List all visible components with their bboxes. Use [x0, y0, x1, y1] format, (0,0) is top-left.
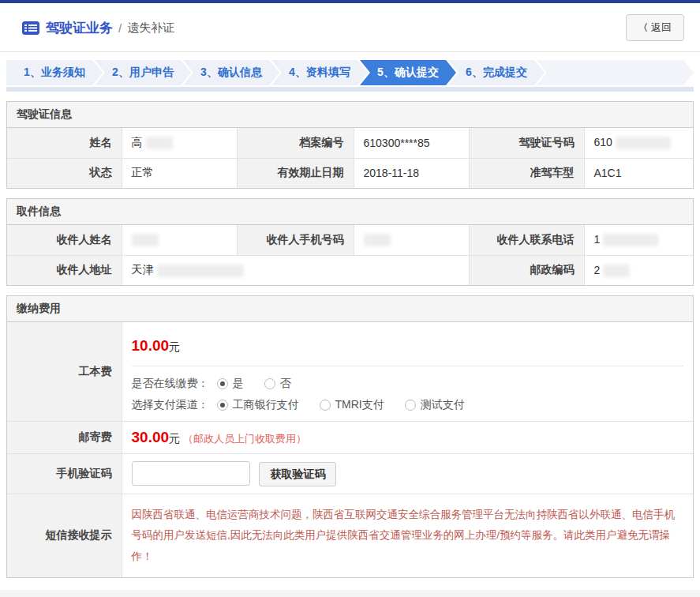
redacted-value	[157, 265, 244, 277]
sms-notice-text: 因陕西省联通、电信运营商技术问题，陕西省互联网交通安全综合服务管理平台无法向持陕…	[132, 501, 684, 570]
postage-fee-cell: 30.00元（邮政人员上门收取费用）	[122, 422, 693, 454]
recipient-address-label: 收件人地址	[7, 255, 122, 285]
redacted-value	[364, 234, 391, 246]
name-label: 姓名	[7, 128, 122, 158]
back-button[interactable]: 〈 返回	[626, 14, 684, 41]
sms-code-input[interactable]	[132, 461, 250, 486]
license-number-value: 610	[584, 128, 693, 158]
postal-code-label: 邮政编码	[469, 255, 584, 285]
postal-code-value: 2	[584, 255, 693, 285]
page-title: 驾驶证业务	[46, 19, 113, 37]
list-document-icon	[22, 21, 39, 35]
production-fee-unit: 元	[169, 340, 180, 353]
get-code-button[interactable]: 获取验证码	[259, 462, 336, 486]
step-2-user-declaration[interactable]: 2、用户申告	[95, 60, 191, 85]
step-1-business-notes[interactable]: 1、业务须知	[6, 60, 103, 85]
step-progress-bar: 1、业务须知 2、用户申告 3、确认信息 4、资料填写 5、确认提交 6、完成提…	[6, 60, 694, 92]
footer-action-bar: 上一步 完成	[0, 590, 700, 597]
table-row: 邮寄费 30.00元（邮政人员上门收取费用）	[7, 422, 693, 454]
radio-icon	[217, 400, 228, 411]
step-filler	[537, 60, 694, 85]
sms-code-cell: 获取验证码	[122, 454, 693, 494]
payment-table: 工本费 10.00元 是否在线缴费： 是 否 选择支付渠道： 工商银行支付 TM…	[7, 322, 693, 577]
status-label: 状态	[7, 158, 122, 188]
step-6-complete-submit[interactable]: 6、完成提交	[448, 60, 545, 85]
production-fee-amount: 10.00	[132, 337, 170, 354]
redacted-value	[616, 137, 671, 149]
table-row: 收件人地址 天津 邮政编码 2	[7, 255, 693, 285]
channel-tmri-radio[interactable]: TMRI支付	[320, 398, 384, 412]
expiry-date-label: 有效期止日期	[237, 158, 354, 188]
file-number-value: 610300****85	[354, 128, 469, 158]
step-4-fill-materials[interactable]: 4、资料填写	[271, 60, 368, 85]
license-number-label: 驾驶证号码	[469, 128, 584, 158]
table-row: 短信接收提示 因陕西省联通、电信运营商技术问题，陕西省互联网交通安全综合服务管理…	[7, 494, 693, 577]
pay-channel-question: 选择支付渠道：	[132, 398, 209, 412]
postage-fee-label: 邮寄费	[7, 422, 122, 454]
payment-section-title: 缴纳费用	[7, 296, 693, 322]
redacted-value	[603, 265, 630, 277]
name-value: 高	[122, 128, 237, 158]
online-pay-yes-radio[interactable]: 是	[217, 377, 244, 391]
table-row: 姓名 高 档案编号 610300****85 驾驶证号码 610	[7, 128, 693, 158]
page-header: 驾驶证业务 / 遗失补证 〈 返回	[0, 3, 700, 52]
table-row: 工本费 10.00元 是否在线缴费： 是 否 选择支付渠道： 工商银行支付 TM…	[7, 322, 693, 422]
redacted-value	[603, 234, 658, 246]
production-fee-cell: 10.00元 是否在线缴费： 是 否 选择支付渠道： 工商银行支付 TMRI支付…	[122, 322, 693, 422]
pickup-section-title: 取件信息	[7, 199, 693, 225]
license-info-section: 驾驶证信息 姓名 高 档案编号 610300****85 驾驶证号码 610 状…	[6, 101, 694, 189]
redacted-value	[146, 137, 173, 149]
recipient-phone-value: 1	[584, 225, 693, 255]
production-fee-label: 工本费	[7, 322, 122, 422]
postage-fee-unit: 元	[169, 432, 180, 445]
table-row: 收件人姓名 收件人手机号码 收件人联系电话 1	[7, 225, 693, 255]
recipient-mobile-label: 收件人手机号码	[237, 225, 354, 255]
recipient-address-value: 天津	[122, 255, 469, 285]
steps-underline	[6, 87, 694, 92]
chevron-left-icon: 〈	[638, 21, 648, 35]
postage-fee-note: （邮政人员上门收取费用）	[183, 433, 306, 445]
recipient-mobile-value	[354, 225, 469, 255]
file-number-label: 档案编号	[237, 128, 354, 158]
status-value: 正常	[122, 158, 237, 188]
sms-code-label: 手机验证码	[7, 454, 122, 494]
vehicle-class-label: 准驾车型	[469, 158, 584, 188]
radio-icon	[217, 378, 228, 389]
online-pay-no-radio[interactable]: 否	[264, 377, 291, 391]
recipient-name-value	[122, 225, 237, 255]
license-section-title: 驾驶证信息	[7, 102, 693, 128]
recipient-phone-label: 收件人联系电话	[469, 225, 584, 255]
radio-icon	[320, 400, 331, 411]
pickup-info-table: 收件人姓名 收件人手机号码 收件人联系电话 1 收件人地址 天津 邮政编码 2	[7, 225, 693, 285]
breadcrumb-separator: /	[118, 21, 122, 35]
pickup-info-section: 取件信息 收件人姓名 收件人手机号码 收件人联系电话 1 收件人地址 天津 邮政…	[6, 198, 694, 286]
breadcrumb-current: 遗失补证	[127, 21, 174, 36]
sms-notice-label: 短信接收提示	[7, 494, 122, 577]
redacted-value	[132, 234, 159, 246]
radio-icon	[405, 400, 416, 411]
online-pay-question: 是否在线缴费：	[132, 377, 209, 391]
back-button-label: 返回	[651, 21, 672, 35]
recipient-name-label: 收件人姓名	[7, 225, 122, 255]
channel-icbc-radio[interactable]: 工商银行支付	[217, 398, 299, 412]
license-info-table: 姓名 高 档案编号 610300****85 驾驶证号码 610 状态 正常 有…	[7, 128, 693, 188]
radio-icon	[264, 378, 275, 389]
step-5-confirm-submit[interactable]: 5、确认提交	[360, 60, 456, 85]
step-3-confirm-info[interactable]: 3、确认信息	[183, 60, 279, 85]
vehicle-class-value: A1C1	[584, 158, 693, 188]
expiry-date-value: 2018-11-18	[354, 158, 469, 188]
channel-test-radio[interactable]: 测试支付	[405, 398, 465, 412]
table-row: 状态 正常 有效期止日期 2018-11-18 准驾车型 A1C1	[7, 158, 693, 188]
payment-section: 缴纳费用 工本费 10.00元 是否在线缴费： 是 否 选择支付渠道： 工商	[6, 295, 694, 578]
sms-notice-cell: 因陕西省联通、电信运营商技术问题，陕西省互联网交通安全综合服务管理平台无法向持陕…	[122, 494, 693, 577]
table-row: 手机验证码 获取验证码	[7, 454, 693, 494]
postage-fee-amount: 30.00	[132, 429, 170, 445]
